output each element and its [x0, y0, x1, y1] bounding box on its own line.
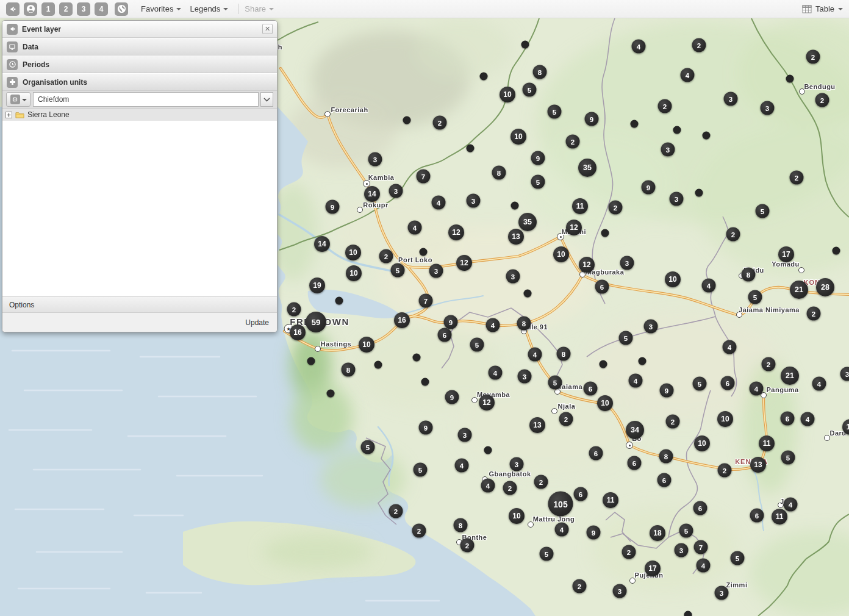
event-cluster-marker[interactable]: 2 [379, 249, 393, 263]
event-cluster-marker[interactable]: 2 [666, 415, 680, 429]
section-orgunits[interactable]: Organisation units [2, 73, 277, 91]
event-cluster-marker[interactable]: 12 [456, 255, 472, 271]
event-cluster-marker[interactable]: 4 [681, 68, 695, 82]
event-cluster-marker[interactable]: 14 [314, 236, 330, 252]
event-cluster-marker[interactable]: 4 [489, 366, 503, 380]
event-cluster-marker[interactable]: 9 [531, 151, 545, 165]
event-cluster-marker[interactable]: 10 [509, 508, 525, 524]
event-cluster-marker[interactable]: 10 [359, 337, 374, 353]
event-cluster-marker[interactable]: 3 [675, 543, 689, 557]
event-cluster-marker[interactable]: 2 [692, 38, 706, 52]
event-cluster-marker[interactable]: 6 [589, 446, 603, 460]
table-menu[interactable]: Table [802, 4, 843, 13]
event-cluster-marker[interactable]: 2 [609, 201, 623, 215]
event-cluster-marker[interactable]: 13 [750, 457, 766, 473]
event-cluster-marker[interactable]: 2 [559, 412, 573, 426]
event-cluster-marker[interactable]: 35 [518, 213, 537, 231]
event-cluster-marker[interactable]: 12 [448, 224, 464, 240]
event-cluster-marker[interactable]: 7 [694, 540, 708, 554]
event-cluster-marker[interactable]: 19 [309, 278, 325, 293]
event-cluster-marker[interactable]: 5 [756, 204, 770, 218]
event-cluster-marker[interactable]: 3 [840, 367, 849, 381]
event-cluster-marker[interactable]: 5 [391, 263, 405, 278]
event-cluster-marker[interactable]: 6 [750, 509, 764, 523]
event-cluster-marker[interactable]: 5 [619, 331, 633, 345]
event-cluster-marker[interactable]: 10 [553, 246, 569, 262]
event-cluster-marker[interactable]: 4 [528, 348, 542, 362]
event-cluster-marker[interactable]: 10 [665, 271, 681, 287]
event-cluster-marker[interactable]: 4 [432, 196, 446, 210]
event-cluster-marker[interactable]: 9 [419, 421, 433, 435]
event-cluster-marker[interactable]: 2 [503, 481, 517, 495]
event-cluster-marker[interactable]: 2 [433, 116, 447, 130]
event-cluster-marker[interactable]: 12 [566, 220, 582, 235]
event-cluster-marker[interactable]: 5 [361, 440, 375, 454]
event-cluster-marker[interactable]: 9 [585, 112, 599, 126]
event-cluster-marker[interactable]: 6 [628, 456, 642, 470]
orgunit-level-trigger[interactable] [260, 92, 273, 107]
event-cluster-marker[interactable]: 8 [342, 363, 356, 377]
event-cluster-marker[interactable]: 4 [481, 479, 495, 493]
event-cluster-marker[interactable]: 4 [801, 412, 815, 426]
event-cluster-marker[interactable]: 3 [467, 194, 481, 208]
event-cluster-marker[interactable]: 11 [842, 419, 849, 435]
event-cluster-marker[interactable]: 4 [408, 221, 422, 235]
layer-back-icon[interactable] [7, 24, 18, 35]
event-cluster-marker[interactable]: 2 [726, 227, 740, 242]
event-cluster-marker[interactable]: 6 [781, 412, 795, 426]
event-cluster-marker[interactable]: 2 [790, 171, 804, 185]
section-data[interactable]: Data [2, 38, 277, 56]
event-cluster-marker[interactable]: 2 [806, 50, 820, 64]
options-section[interactable]: Options [2, 296, 277, 313]
event-cluster-marker[interactable]: 3 [510, 457, 524, 471]
event-cluster-marker[interactable]: 2 [460, 539, 475, 553]
event-cluster-marker[interactable]: 2 [762, 357, 776, 371]
event-cluster-marker[interactable]: 2 [573, 579, 587, 593]
event-cluster-marker[interactable]: 14 [364, 186, 380, 202]
event-cluster-marker[interactable]: 10 [694, 435, 710, 451]
event-cluster-marker[interactable]: 8 [492, 166, 506, 180]
user-icon[interactable] [24, 2, 37, 16]
event-cluster-marker[interactable]: 4 [750, 382, 764, 396]
legends-menu[interactable]: Legends [190, 4, 228, 13]
event-cluster-marker[interactable]: 10 [345, 245, 361, 260]
event-cluster-marker[interactable]: 3 [620, 256, 634, 270]
close-icon[interactable]: ✕ [262, 24, 273, 34]
event-cluster-marker[interactable]: 2 [718, 464, 732, 478]
event-cluster-marker[interactable]: 17 [778, 246, 794, 262]
view-1-button[interactable]: 1 [41, 2, 55, 16]
event-cluster-marker[interactable]: 59 [306, 312, 326, 332]
event-cluster-marker[interactable]: 7 [419, 294, 433, 308]
event-cluster-marker[interactable]: 21 [781, 367, 799, 385]
event-cluster-marker[interactable]: 2 [622, 545, 636, 559]
event-cluster-marker[interactable]: 3 [644, 320, 658, 334]
event-cluster-marker[interactable]: 18 [650, 525, 665, 541]
event-cluster-marker[interactable]: 4 [632, 40, 646, 54]
event-cluster-marker[interactable]: 9 [445, 390, 459, 404]
share-menu[interactable]: Share [245, 4, 274, 13]
event-cluster-marker[interactable]: 8 [659, 449, 673, 464]
event-cluster-marker[interactable]: 2 [287, 303, 301, 317]
tree-node-sierra-leone[interactable]: Sierra Leone [2, 109, 277, 121]
event-cluster-marker[interactable]: 6 [657, 473, 672, 487]
event-cluster-marker[interactable]: 8 [454, 518, 468, 532]
back-icon[interactable] [6, 2, 20, 16]
event-cluster-marker[interactable]: 11 [572, 198, 588, 214]
event-cluster-marker[interactable]: 5 [679, 524, 693, 538]
event-cluster-marker[interactable]: 6 [584, 382, 598, 396]
event-cluster-marker[interactable]: 5 [470, 338, 484, 352]
event-cluster-marker[interactable]: 10 [500, 87, 515, 102]
event-cluster-marker[interactable]: 5 [548, 105, 562, 119]
event-cluster-marker[interactable]: 9 [326, 200, 340, 214]
event-cluster-marker[interactable]: 105 [548, 492, 573, 517]
event-cluster-marker[interactable]: 13 [508, 229, 524, 245]
event-cluster-marker[interactable]: 4 [555, 523, 569, 537]
event-cluster-marker[interactable]: 4 [629, 374, 643, 388]
event-cluster-marker[interactable]: 28 [816, 278, 834, 296]
event-cluster-marker[interactable]: 3 [429, 264, 443, 278]
view-3-button[interactable]: 3 [77, 2, 90, 16]
event-cluster-marker[interactable]: 10 [597, 395, 613, 411]
event-cluster-marker[interactable]: 5 [548, 376, 562, 390]
event-cluster-marker[interactable]: 21 [790, 281, 808, 299]
event-cluster-marker[interactable]: 35 [578, 159, 596, 177]
